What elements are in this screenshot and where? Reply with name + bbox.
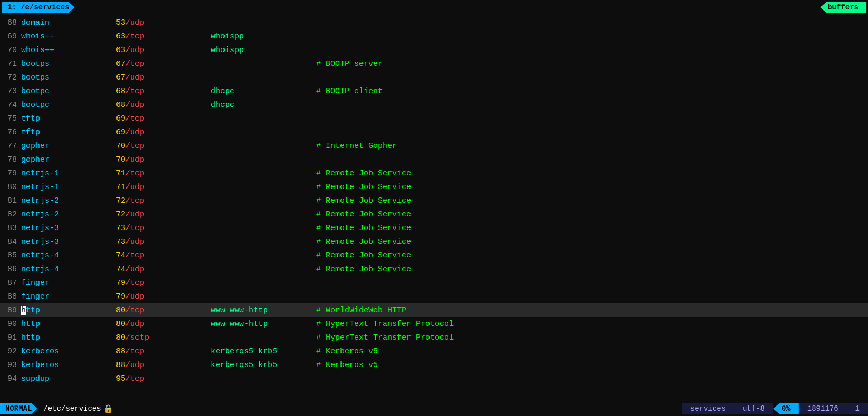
comment-text: Remote Job Service (326, 224, 411, 233)
port-proto: 95/tcp (116, 374, 211, 383)
port-proto: 70/udp (116, 155, 211, 164)
line-number: 80 (2, 183, 21, 192)
service-name: netrjs-1 (21, 183, 116, 192)
table-row: 82netrjs-272/udp# Remote Job Service (0, 207, 868, 221)
comment-text: Remote Job Service (326, 183, 411, 192)
content: 68domain53/udp69whois++63/tcpwhoispp70wh… (0, 15, 868, 401)
col-segment: 1 (847, 403, 868, 414)
service-name: netrjs-4 (21, 265, 116, 274)
encoding-segment: utf-8 (734, 403, 773, 414)
port-proto: 63/tcp (116, 32, 211, 41)
line-number: 89 (2, 306, 21, 315)
comment-text: WorldWideWeb HTTP (326, 306, 406, 315)
alias: dhcpc (211, 101, 316, 110)
line-number: 73 (2, 87, 21, 96)
comment-hash: # (316, 306, 326, 315)
comment-hash: # (316, 210, 326, 219)
comment-hash: # (316, 60, 326, 68)
service-name: netrjs-3 (21, 237, 116, 246)
service-name: finger (21, 279, 116, 288)
table-row: 91http80/sctp# HyperText Transfer Protoc… (0, 331, 868, 344)
line-number: 68 (2, 18, 21, 27)
line-number: 69 (2, 32, 21, 41)
service-name: supdup (21, 374, 116, 383)
lock-icon: 🔒 (103, 404, 113, 414)
port-proto: 53/udp (116, 18, 211, 27)
table-row: 89http80/tcpwww www-http# WorldWideWeb H… (0, 303, 868, 317)
port-proto: 74/udp (116, 265, 211, 274)
comment-text: Remote Job Service (326, 237, 411, 246)
table-row: 76tftp69/udp (0, 125, 868, 139)
service-name: gopher (21, 155, 116, 164)
port-proto: 71/tcp (116, 169, 211, 178)
table-row: 93kerberos88/udpkerberos5 krb5# Kerberos… (0, 358, 868, 372)
table-row: 90http80/udpwww www-http# HyperText Tran… (0, 317, 868, 331)
service-name: netrjs-2 (21, 196, 116, 205)
table-row: 85netrjs-474/tcp# Remote Job Service (0, 249, 868, 262)
table-row: 83netrjs-373/tcp# Remote Job Service (0, 221, 868, 235)
buffers-label[interactable]: buffers (820, 2, 866, 13)
comment-text: Kerberos v5 (326, 361, 378, 370)
table-row: 81netrjs-272/tcp# Remote Job Service (0, 194, 868, 207)
port-proto: 74/tcp (116, 251, 211, 260)
line-number: 75 (2, 114, 21, 123)
port-proto: 68/udp (116, 101, 211, 110)
service-name: whois++ (21, 46, 116, 55)
table-row: 78gopher70/udp (0, 153, 868, 166)
comment-hash: # (316, 196, 326, 205)
service-name: http (21, 333, 116, 342)
port-proto: 80/udp (116, 320, 211, 329)
alias: www www-http (211, 306, 316, 315)
port-proto: 79/tcp (116, 279, 211, 288)
port-proto: 80/tcp (116, 306, 211, 315)
comment-text: Remote Job Service (326, 265, 411, 274)
cursor: h (21, 306, 26, 315)
comment-text: Kerberos v5 (326, 347, 378, 356)
port-proto: 69/udp (116, 128, 211, 137)
port-proto: 67/udp (116, 73, 211, 82)
service-name: whois++ (21, 32, 116, 41)
alias: www www-http (211, 320, 316, 329)
percent-segment[interactable]: 0% (773, 403, 799, 414)
position-segment: 1891176 (799, 403, 847, 414)
line-number: 93 (2, 361, 21, 370)
line-number: 86 (2, 265, 21, 274)
service-name: netrjs-1 (21, 169, 116, 178)
port-proto: 88/tcp (116, 347, 211, 356)
service-name: tftp (21, 114, 116, 123)
port-proto: 73/udp (116, 237, 211, 246)
line-number: 81 (2, 196, 21, 205)
table-row: 88finger79/udp (0, 290, 868, 303)
comment-hash: # (316, 265, 326, 274)
table-row: 69whois++63/tcpwhoispp (0, 29, 868, 43)
line-number: 88 (2, 292, 21, 301)
service-name: bootpc (21, 87, 116, 96)
alias: dhcpc (211, 87, 316, 96)
line-number: 71 (2, 60, 21, 68)
table-row: 72bootps67/udp (0, 71, 868, 84)
line-number: 85 (2, 251, 21, 260)
table-row: 79netrjs-171/tcp# Remote Job Service (0, 166, 868, 180)
service-name: kerberos (21, 347, 116, 356)
alias: kerberos5 krb5 (211, 347, 316, 356)
table-row: 71bootps67/tcp# BOOTP server (0, 57, 868, 71)
line-number: 78 (2, 155, 21, 164)
service-name: bootps (21, 60, 116, 68)
table-row: 77gopher70/tcp# Internet Gopher (0, 139, 868, 153)
service-name: gopher (21, 142, 116, 151)
line-number: 77 (2, 142, 21, 151)
tab-label[interactable]: 1: /e/services (2, 2, 75, 13)
port-proto: 68/tcp (116, 87, 211, 96)
mode-label: NORMAL (0, 403, 37, 414)
comment-text: BOOTP server (326, 60, 383, 68)
top-bar: 1: /e/services buffers (0, 0, 868, 15)
comment-hash: # (316, 237, 326, 246)
port-proto: 72/udp (116, 210, 211, 219)
comment-text: Remote Job Service (326, 210, 411, 219)
table-row: 73bootpc68/tcpdhcpc# BOOTP client (0, 84, 868, 98)
comment-hash: # (316, 347, 326, 356)
file-path: /etc/services (43, 404, 101, 413)
service-name: bootpc (21, 101, 116, 110)
line-number: 70 (2, 46, 21, 55)
service-name: tftp (21, 128, 116, 137)
